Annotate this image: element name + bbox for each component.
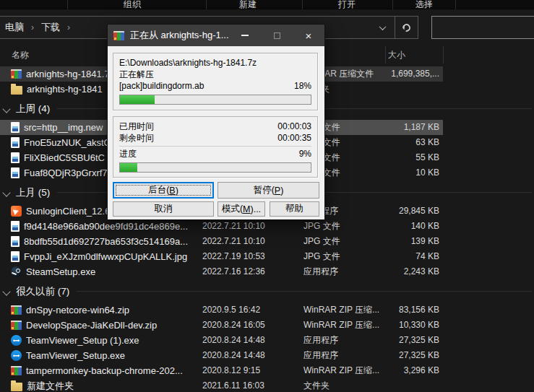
file-explorer-window: 组织 新建 打开 选择 电脑 › 下载 › [0,0,534,392]
file-date: 2022.7.21 10:10 [202,219,295,234]
file-row[interactable]: tampermonkey-backup-chrome-202... 2020.8… [0,363,443,378]
extraction-status-panel: E:\Downloads\arknights-hg-1841.7z 正在解压 [… [113,53,318,110]
file-size: 63 KB [385,135,439,150]
time-progress-panel: 已用时间 00:00:03 剩余时间 00:00:35 进度 9% [113,116,318,178]
action-label: 正在解压 [119,69,311,80]
group-divider [77,291,532,292]
refresh-icon [401,22,412,32]
file-row[interactable]: TeamViewer_Setup (1).exe 2020.8.24 14:48… [0,333,443,348]
column-header-name[interactable]: 名称 [12,49,29,61]
teamviewer-icon [11,350,22,361]
file-name-cell: TeamViewer_Setup.exe [11,348,195,363]
file-row[interactable]: 新建文件夹 2021.6.11 16:03 文件夹 [0,378,443,392]
file-name: FvppJi_eXJzm0dlfwwxpCUpKALLK.jpg [24,251,187,262]
file-size: 1,187 KB [385,120,439,135]
file-name: DevelopSpace-JiaKeDll-dev.zip [26,320,157,331]
file-date: 2022.7.16 12:36 [202,264,295,279]
file-progress-percent: 18% [294,80,311,92]
minimize-button[interactable] [229,25,261,46]
file-row[interactable]: DevelopSpace-JiaKeDll-dev.zip 2020.8.24 … [0,318,443,333]
file-name: tampermonkey-backup-chrome-202... [26,365,183,376]
winrar-file-icon [11,321,22,330]
file-row[interactable]: FvppJi_eXJzm0dlfwwxpCUpKALLK.jpg 2022.7.… [0,249,443,264]
file-name: dnSpy-netcore-win64.zip [26,305,129,315]
file-name-cell: tampermonkey-backup-chrome-202... [11,363,195,378]
group-label: 上周 (4) [16,103,50,116]
jpg-file-icon [11,221,20,232]
folder-icon [11,383,22,391]
file-name-cell: dnSpy-netcore-win64.zip [11,302,195,318]
mode-button[interactable]: 模式(M)... [218,201,265,217]
teamviewer-icon [11,335,22,346]
ribbon-separator [392,0,393,9]
ribbon-separator [302,0,303,9]
search-input[interactable] [432,17,534,38]
jpg-file-icon [11,167,20,178]
file-size: 83,156 KB [385,302,439,318]
file-type: 应用程序 [303,348,384,363]
file-name: arknights-hg-1841 [27,84,103,95]
elapsed-value: 00:00:03 [277,121,311,132]
file-size: 27,325 KB [385,333,439,348]
file-type: 应用程序 [303,264,384,279]
file-name: FliXBiedC5SBU6tC [24,152,105,163]
chevron-down-icon [2,287,10,295]
file-row[interactable]: TeamViewer_Setup.exe 2020.8.24 14:48 应用程… [0,348,443,363]
progress-label: 进度 [119,148,137,160]
file-row[interactable]: f9d4148e966ab90dee9fd91dc4e869e... 2022.… [0,219,443,234]
file-date: 2022.7.21 10:10 [202,234,295,249]
refresh-button[interactable] [395,17,418,38]
dialog-body: E:\Downloads\arknights-hg-1841.7z 正在解压 [… [108,46,324,219]
file-date: 2020.8.24 14:48 [202,333,295,348]
file-name: TeamViewer_Setup (1).exe [26,335,139,346]
cancel-button[interactable]: 取消 [113,201,214,217]
file-type: WinRAR ZIP 压缩... [303,363,384,378]
help-button[interactable]: 帮助 [270,201,319,217]
file-name: 8bdfb55d1d692727ba653f3c514169a... [24,236,188,247]
steam-icon [11,266,22,277]
file-row[interactable]: dnSpy-netcore-win64.zip 2020.9.5 16:42 W… [0,302,443,318]
file-name-cell: f9d4148e966ab90dee9fd91dc4e869e... [11,219,195,234]
address-dropdown-button[interactable] [370,17,395,38]
jpg-file-icon [11,122,20,133]
column-divider[interactable] [385,46,386,64]
file-size: 2,243 KB [385,264,439,279]
dialog-titlebar[interactable]: 正在从 arknights-hg-1... × [108,25,324,46]
file-size: 29,845 KB [385,204,439,219]
ribbon-group-select: 选择 [415,0,433,9]
breadcrumb-item-downloads[interactable]: 下载 [41,21,60,34]
file-progress-fill [120,95,155,104]
remaining-value: 00:00:35 [277,132,311,144]
winrar-file-icon [11,366,22,375]
chevron-down-icon [2,188,10,196]
ribbon-group-labels: 组织 新建 打开 选择 [0,0,534,9]
maximize-button[interactable] [261,25,293,46]
column-header-size[interactable]: 大小 [388,49,405,61]
file-name-cell: SteamSetup.exe [11,264,195,279]
current-file: [pack]buildingdorm.ab [119,80,204,92]
file-size: 3,296 KB [385,363,439,378]
elapsed-label: 已用时间 [119,121,154,132]
file-size: 1,699,385,... [385,66,439,82]
winrar-icon [113,31,124,40]
close-button[interactable]: × [293,25,324,46]
pause-button[interactable]: 暂停(P) [218,182,319,199]
file-name: arknights-hg-1841.7z [26,69,114,79]
total-progress-percent: 9% [299,148,311,160]
date-group-header[interactable]: 很久以前 (7) [0,284,534,299]
file-row[interactable]: SteamSetup.exe 2022.7.16 12:36 应用程序 2,24… [0,264,443,279]
jpg-file-icon [11,137,20,148]
file-name-cell: TeamViewer_Setup (1).exe [11,333,195,348]
background-button[interactable]: 后台(B) [113,182,214,199]
file-size [385,82,439,97]
folder-icon [11,86,22,95]
column-divider[interactable] [443,46,444,64]
minimize-icon [241,35,249,36]
file-name-cell: DevelopSpace-JiaKeDll-dev.zip [11,318,195,333]
file-date: 2020.9.5 16:42 [202,302,295,318]
file-name: FnoE5uzNUK_akstC [24,137,111,148]
breadcrumb-item-computer[interactable]: 电脑 [5,21,24,34]
file-row[interactable]: 8bdfb55d1d692727ba653f3c514169a... 2022.… [0,234,443,249]
file-name-cell: 8bdfb55d1d692727ba653f3c514169a... [11,234,195,249]
chevron-down-icon [2,105,10,113]
